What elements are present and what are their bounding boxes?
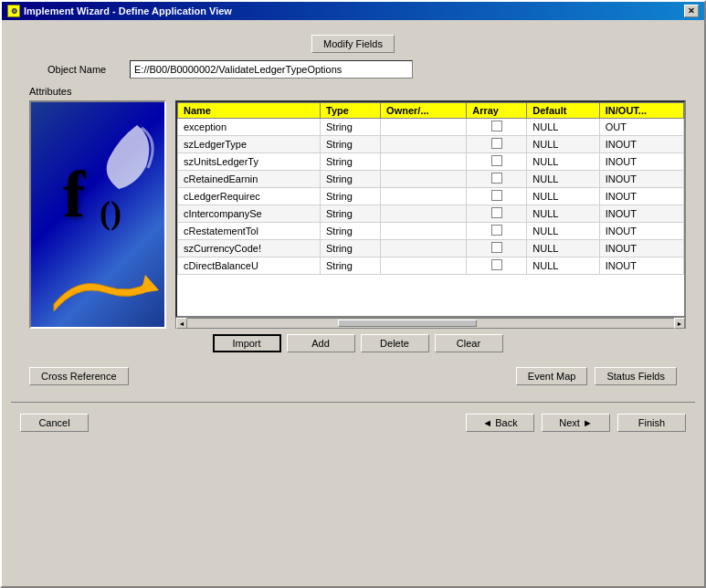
- svg-marker-0: [141, 275, 159, 293]
- array-checkbox[interactable]: [491, 173, 502, 184]
- col-owner: Owner/...: [381, 103, 467, 119]
- table-row[interactable]: exception String NULL OUT: [178, 119, 684, 136]
- finish-button[interactable]: Finish: [617, 414, 686, 432]
- table-row[interactable]: cLedgerRequirec String NULL INOUT: [178, 188, 684, 205]
- import-add-row: Import Add Delete Clear: [29, 334, 686, 352]
- cell-array[interactable]: [467, 188, 527, 205]
- cell-array[interactable]: [467, 119, 527, 136]
- table-row[interactable]: szUnitsLedgerTy String NULL INOUT: [178, 153, 684, 171]
- array-checkbox[interactable]: [491, 242, 502, 253]
- footer-nav: ◄ Back Next ► Finish: [466, 414, 686, 432]
- cell-array[interactable]: [467, 136, 527, 153]
- footer-row: Cancel ◄ Back Next ► Finish: [2, 408, 704, 437]
- logo-swoosh-icon: [82, 121, 155, 194]
- cell-array[interactable]: [467, 223, 527, 240]
- array-checkbox[interactable]: [491, 138, 502, 149]
- bottom-right-buttons: Event Map Status Fields: [516, 367, 677, 385]
- logo-area: f (): [29, 100, 166, 329]
- attributes-section: Attributes f (): [29, 86, 686, 352]
- title-icon: ⚙: [7, 5, 20, 17]
- array-checkbox[interactable]: [491, 207, 502, 218]
- close-button[interactable]: ✕: [684, 5, 699, 17]
- delete-button[interactable]: Delete: [361, 334, 429, 352]
- cell-inout: INOUT: [599, 136, 683, 153]
- cell-array[interactable]: [467, 153, 527, 171]
- cell-owner: [381, 188, 467, 205]
- cell-type: String: [321, 153, 381, 171]
- cell-inout: INOUT: [599, 223, 683, 240]
- col-type: Type: [321, 103, 381, 119]
- main-layout: f () Name T: [29, 100, 686, 329]
- cell-default: NULL: [527, 119, 600, 136]
- cell-inout: INOUT: [599, 257, 683, 275]
- status-fields-button[interactable]: Status Fields: [595, 367, 677, 385]
- cross-reference-button[interactable]: Cross Reference: [29, 367, 129, 385]
- table-row[interactable]: cDirectBalanceU String NULL INOUT: [178, 257, 684, 275]
- cell-name: szLedgerType: [178, 136, 321, 153]
- object-name-input[interactable]: [130, 60, 413, 79]
- modify-fields-button[interactable]: Modify Fields: [311, 35, 395, 53]
- cell-type: String: [321, 205, 381, 223]
- scroll-thumb[interactable]: [338, 320, 478, 327]
- horizontal-scrollbar[interactable]: ◄ ►: [175, 318, 686, 329]
- cell-name: szCurrencyCode!: [178, 240, 321, 257]
- cell-name: exception: [178, 119, 321, 136]
- cell-array[interactable]: [467, 171, 527, 188]
- cell-default: NULL: [527, 153, 600, 171]
- object-name-label: Object Name: [47, 64, 121, 75]
- back-button[interactable]: ◄ Back: [466, 414, 534, 432]
- cell-owner: [381, 153, 467, 171]
- cell-default: NULL: [527, 171, 600, 188]
- object-name-row: Object Name: [47, 60, 686, 79]
- event-map-button[interactable]: Event Map: [516, 367, 588, 385]
- cell-owner: [381, 257, 467, 275]
- cell-name: cRestatementTol: [178, 223, 321, 240]
- cell-name: cIntercompanySe: [178, 205, 321, 223]
- table-row[interactable]: cRetainedEarnin String NULL INOUT: [178, 171, 684, 188]
- scroll-left-arrow[interactable]: ◄: [176, 318, 187, 329]
- array-checkbox[interactable]: [491, 155, 502, 166]
- main-window: ⚙ Implement Wizard - Define Application …: [0, 0, 706, 588]
- array-checkbox[interactable]: [491, 259, 502, 270]
- separator: [11, 402, 695, 403]
- cell-name: cRetainedEarnin: [178, 171, 321, 188]
- bottom-buttons-row: Cross Reference Event Map Status Fields: [20, 367, 686, 385]
- import-button[interactable]: Import: [213, 334, 281, 352]
- bottom-left-buttons: Cross Reference: [29, 367, 129, 385]
- scroll-track: [198, 320, 663, 327]
- cell-inout: INOUT: [599, 188, 683, 205]
- cell-type: String: [321, 188, 381, 205]
- cell-inout: INOUT: [599, 240, 683, 257]
- cell-array[interactable]: [467, 240, 527, 257]
- cell-default: NULL: [527, 136, 600, 153]
- table-row[interactable]: cRestatementTol String NULL INOUT: [178, 223, 684, 240]
- table-row[interactable]: szLedgerType String NULL INOUT: [178, 136, 684, 153]
- add-button[interactable]: Add: [287, 334, 355, 352]
- attributes-label: Attributes: [29, 86, 686, 97]
- cell-type: String: [321, 223, 381, 240]
- col-array: Array: [467, 103, 527, 119]
- content-area: Modify Fields Object Name Attributes f: [2, 20, 704, 394]
- attributes-table-container[interactable]: Name Type Owner/... Array Default IN/OUT…: [175, 100, 686, 318]
- table-row[interactable]: cIntercompanySe String NULL INOUT: [178, 205, 684, 223]
- table-row[interactable]: szCurrencyCode! String NULL INOUT: [178, 240, 684, 257]
- col-default: Default: [527, 103, 600, 119]
- cell-inout: INOUT: [599, 205, 683, 223]
- logo-parens: (): [100, 194, 121, 232]
- cell-owner: [381, 223, 467, 240]
- cell-name: szUnitsLedgerTy: [178, 153, 321, 171]
- cell-array[interactable]: [467, 257, 527, 275]
- array-checkbox[interactable]: [491, 121, 502, 131]
- cell-default: NULL: [527, 188, 600, 205]
- window-title: Implement Wizard - Define Application Vi…: [24, 5, 232, 16]
- cancel-button[interactable]: Cancel: [20, 414, 89, 432]
- array-checkbox[interactable]: [491, 190, 502, 201]
- cell-name: cDirectBalanceU: [178, 257, 321, 275]
- array-checkbox[interactable]: [491, 225, 502, 236]
- scroll-right-arrow[interactable]: ►: [674, 318, 685, 329]
- col-inout: IN/OUT...: [599, 103, 683, 119]
- cell-type: String: [321, 240, 381, 257]
- clear-button[interactable]: Clear: [435, 334, 503, 352]
- next-button[interactable]: Next ►: [542, 414, 610, 432]
- cell-array[interactable]: [467, 205, 527, 223]
